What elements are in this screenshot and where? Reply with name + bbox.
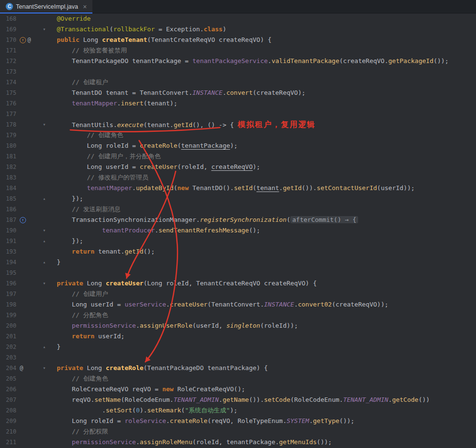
code-text[interactable]: TenantPackageDO tenantPackage = tenantPa… <box>50 56 476 66</box>
line-number: 197 <box>0 289 17 299</box>
annotation-gutter-icon[interactable]: @ <box>20 363 23 373</box>
code-text[interactable]: tenantProducer.sendTenantRefreshMessage(… <box>50 225 476 236</box>
gutter-markers <box>17 141 39 151</box>
gutter-markers <box>17 151 39 162</box>
line-number: 182 <box>0 162 17 172</box>
code-text[interactable]: }); <box>50 193 476 204</box>
fold-toggle-icon[interactable]: ▴ <box>39 236 50 246</box>
gutter-fold-space <box>39 426 50 437</box>
code-line: 175 TenantDO tenant = TenantConvert.INST… <box>0 88 476 98</box>
fold-toggle-icon[interactable]: ▾ <box>39 225 50 236</box>
line-number: 184 <box>0 183 17 193</box>
gutter-markers <box>17 426 39 437</box>
code-text[interactable]: @Override <box>50 13 476 24</box>
fold-toggle-icon[interactable]: ▴ <box>39 257 50 268</box>
code-text[interactable] <box>50 268 476 278</box>
code-text[interactable]: // 校验套餐被禁用 <box>50 45 476 56</box>
code-text[interactable]: private Long createRole(TenantPackageDO … <box>50 363 476 373</box>
gutter-fold-space <box>39 151 50 162</box>
code-line: 198 Long userId = userService.createUser… <box>0 299 476 310</box>
code-text[interactable]: permissionService.assignUserRole(userId,… <box>50 320 476 331</box>
code-text[interactable]: // 创建租户 <box>50 77 476 88</box>
code-text[interactable]: return userId; <box>50 331 476 342</box>
code-editor[interactable]: 168@Override169▾@Transactional(rollbackF… <box>0 13 476 448</box>
code-text[interactable]: reqVO.setName(RoleCodeEnum.TENANT_ADMIN.… <box>50 395 476 405</box>
line-number: 175 <box>0 88 17 98</box>
gutter-markers <box>17 225 39 236</box>
code-line: 191▴ }); <box>0 236 476 246</box>
code-text[interactable]: @Transactional(rollbackFor = Exception.c… <box>50 24 476 35</box>
code-text[interactable]: Long roleId = createRole(tenantPackage); <box>50 141 476 151</box>
gutter-fold-space <box>39 204 50 215</box>
code-text[interactable]: } <box>50 257 476 268</box>
code-text[interactable]: TransactionSynchronizationManager.regist… <box>50 215 476 225</box>
gutter-markers: ↑ <box>17 215 39 225</box>
code-text[interactable]: }); <box>50 236 476 246</box>
code-text[interactable]: .setSort(0).setRemark("系统自动生成"); <box>50 405 476 416</box>
code-text[interactable]: // 创建用户 <box>50 289 476 299</box>
fold-toggle-icon[interactable]: ▴ <box>39 342 50 352</box>
fold-toggle-icon[interactable]: ▴ <box>39 193 50 204</box>
gutter-markers <box>17 268 39 278</box>
code-line: 210 // 分配权限 <box>0 426 476 437</box>
code-line: 203 <box>0 352 476 363</box>
code-text[interactable]: permissionService.assignRoleMenu(roleId,… <box>50 437 476 448</box>
line-number: 186 <box>0 204 17 215</box>
gutter-markers <box>17 320 39 331</box>
line-number: 193 <box>0 246 17 257</box>
code-line: 208 .setSort(0).setRemark("系统自动生成"); <box>0 405 476 416</box>
code-text[interactable]: // 分配权限 <box>50 426 476 437</box>
code-text[interactable]: // 分配角色 <box>50 310 476 320</box>
code-text[interactable]: tenantMapper.insert(tenant); <box>50 98 476 109</box>
override-gutter-icon[interactable]: ↑ <box>20 37 26 43</box>
code-text[interactable]: Long userId = createUser(roleId, createR… <box>50 162 476 172</box>
annotation-gutter-icon[interactable]: @ <box>27 35 31 45</box>
tab-tenantserviceimpl[interactable]: C TenantServiceImpl.java × <box>0 0 92 13</box>
code-line: 185▴ }); <box>0 193 476 204</box>
gutter-fold-space <box>39 35 50 45</box>
code-text[interactable]: // 创建角色 <box>50 130 476 141</box>
code-text[interactable]: // 创建角色 <box>50 373 476 384</box>
line-number: 191 <box>0 236 17 246</box>
code-line: 205 // 创建角色 <box>0 373 476 384</box>
line-number: 178 <box>0 119 17 130</box>
gutter-fold-space <box>39 45 50 56</box>
code-text[interactable] <box>50 352 476 363</box>
gutter-markers <box>17 193 39 204</box>
line-number: 194 <box>0 257 17 268</box>
gutter-fold-space <box>39 299 50 310</box>
line-number: 190 <box>0 225 17 236</box>
override-gutter-icon[interactable]: ↑ <box>20 217 26 223</box>
gutter-fold-space <box>39 416 50 426</box>
code-text[interactable]: // 修改租户的管理员 <box>50 172 476 183</box>
fold-toggle-icon[interactable]: ▾ <box>39 278 50 289</box>
fold-toggle-icon[interactable]: ▾ <box>39 24 50 35</box>
code-text[interactable]: private Long createUser(Long roleId, Ten… <box>50 278 476 289</box>
fold-toggle-icon[interactable]: ▾ <box>39 119 50 130</box>
code-text[interactable]: } <box>50 342 476 352</box>
code-text[interactable]: RoleCreateReqVO reqVO = new RoleCreateRe… <box>50 384 476 395</box>
gutter-markers <box>17 172 39 183</box>
code-line: 187↑ TransactionSynchronizationManager.r… <box>0 215 476 225</box>
code-text[interactable]: TenantDO tenant = TenantConvert.INSTANCE… <box>50 88 476 98</box>
gutter-markers <box>17 45 39 56</box>
code-line: 193 return tenant.getId(); <box>0 246 476 257</box>
code-text[interactable]: return tenant.getId(); <box>50 246 476 257</box>
code-text[interactable] <box>50 66 476 77</box>
code-text[interactable]: Long userId = userService.createUser(Ten… <box>50 299 476 310</box>
gutter-markers <box>17 130 39 141</box>
gutter-fold-space <box>39 141 50 151</box>
code-line: 180 Long roleId = createRole(tenantPacka… <box>0 141 476 151</box>
tab-close-icon[interactable]: × <box>83 3 87 10</box>
code-text[interactable]: // 发送刷新消息 <box>50 204 476 215</box>
code-text[interactable] <box>50 109 476 119</box>
folded-code-placeholder[interactable]: afterCommit() → { <box>290 216 358 223</box>
code-text[interactable]: Long roleId = roleService.createRole(req… <box>50 416 476 426</box>
code-line: 170↑@public Long createTenant(TenantCrea… <box>0 35 476 45</box>
code-text[interactable]: public Long createTenant(TenantCreateReq… <box>50 35 476 45</box>
code-text[interactable]: // 创建用户，并分配角色 <box>50 151 476 162</box>
fold-toggle-icon[interactable]: ▾ <box>39 363 50 373</box>
code-text[interactable]: TenantUtils.execute(tenant.getId(), () -… <box>50 119 476 130</box>
code-text[interactable]: tenantMapper.updateById(new TenantDO().s… <box>50 183 476 193</box>
gutter-fold-space <box>39 162 50 172</box>
